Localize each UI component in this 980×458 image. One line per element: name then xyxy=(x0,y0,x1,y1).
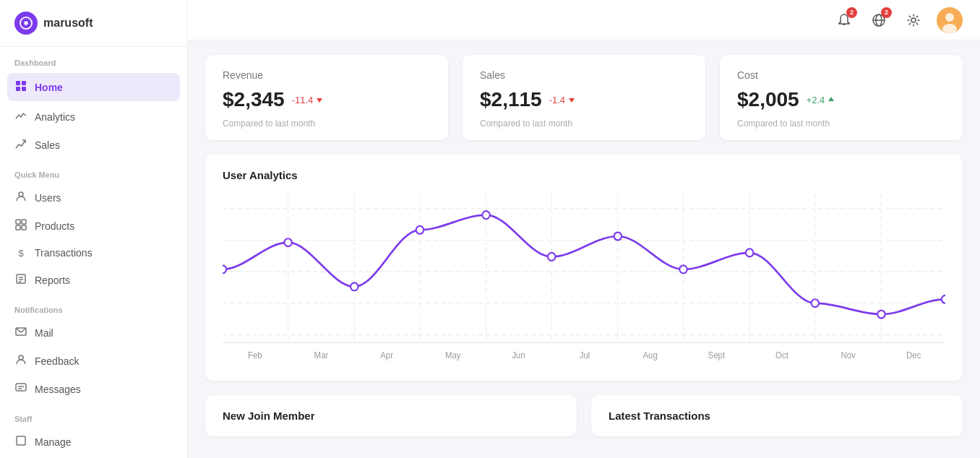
sales-value-row: $2,115 -1.4 xyxy=(480,88,688,111)
home-icon xyxy=(14,80,27,94)
sidebar-item-manage-label: Manage xyxy=(35,436,72,448)
globe-button[interactable]: 2 xyxy=(867,9,890,32)
sidebar-item-transactions-label: Transactions xyxy=(35,247,93,259)
metric-card-cost: Cost $2,005 +2.4 Compared to last month xyxy=(720,55,963,140)
analytics-icon xyxy=(14,110,27,124)
metric-cards-container: Revenue $2,345 -11.4 Compared to last mo… xyxy=(205,55,963,140)
svg-point-6 xyxy=(19,192,23,196)
svg-point-56 xyxy=(614,233,622,241)
page-content: Revenue $2,345 -11.4 Compared to last mo… xyxy=(188,40,980,458)
sales-delta: -1.4 xyxy=(549,95,576,105)
svg-point-59 xyxy=(812,299,819,307)
topbar: 2 2 xyxy=(188,0,980,40)
reports-icon xyxy=(14,273,27,287)
sales-label: Sales xyxy=(480,69,688,81)
sidebar-item-analytics-label: Analytics xyxy=(35,111,75,123)
main-content: 2 2 Revenue xyxy=(188,0,980,458)
revenue-delta: -11.4 xyxy=(292,95,324,105)
new-join-member-card: New Join Member xyxy=(205,395,577,436)
notification-bell-button[interactable]: 2 xyxy=(833,9,856,32)
svg-point-57 xyxy=(679,265,687,273)
quickmenu-section-label: Quick Menu xyxy=(0,159,187,183)
chart-title: User Analytics xyxy=(223,169,945,181)
svg-point-16 xyxy=(19,355,23,360)
sidebar-item-products-label: Products xyxy=(35,220,74,232)
logo-text: marusoft xyxy=(43,17,93,30)
products-icon xyxy=(14,219,27,233)
svg-text:Aug: Aug xyxy=(642,350,657,360)
svg-text:Jun: Jun xyxy=(512,350,525,360)
sales-icon xyxy=(14,138,27,152)
sidebar-item-messages-label: Messages xyxy=(35,384,81,395)
logo: marusoft xyxy=(0,0,187,47)
feedback-icon xyxy=(14,354,27,368)
svg-point-53 xyxy=(416,226,424,234)
cost-compare: Compared to last month xyxy=(737,118,945,129)
svg-point-60 xyxy=(877,311,885,319)
svg-text:Sept: Sept xyxy=(708,350,726,360)
sidebar-item-transactions[interactable]: $ Transactions xyxy=(0,240,187,266)
sidebar-item-sales-label: Sales xyxy=(35,139,60,151)
svg-point-55 xyxy=(548,253,555,261)
settings-button[interactable] xyxy=(902,9,925,32)
sidebar-item-products[interactable]: Products xyxy=(0,212,187,240)
transactions-icon: $ xyxy=(14,248,27,259)
svg-rect-20 xyxy=(17,436,25,445)
sidebar-item-mail[interactable]: Mail xyxy=(0,319,187,347)
svg-marker-33 xyxy=(569,98,575,103)
user-avatar[interactable] xyxy=(937,7,963,33)
svg-marker-34 xyxy=(828,97,834,101)
svg-point-58 xyxy=(746,249,753,256)
latest-transactions-title: Latest Transactions xyxy=(609,410,945,422)
svg-text:Apr: Apr xyxy=(380,350,393,360)
dashboard-section-label: Dashboard xyxy=(0,47,187,72)
revenue-value: $2,345 xyxy=(223,88,285,111)
sidebar-item-sales[interactable]: Sales xyxy=(0,131,187,159)
sidebar-item-home[interactable]: Home xyxy=(7,73,180,101)
cost-label: Cost xyxy=(737,69,945,81)
sidebar-item-reports[interactable]: Reports xyxy=(0,266,187,294)
revenue-value-row: $2,345 -11.4 xyxy=(223,88,431,111)
sidebar-item-manage[interactable]: Manage xyxy=(0,428,187,456)
chart-wrapper: Feb Mar Apr May Jun Jul Aug Sept Oct Nov… xyxy=(223,193,945,366)
analytics-chart: Feb Mar Apr May Jun Jul Aug Sept Oct Nov… xyxy=(223,193,945,366)
notifications-section-label: Notifications xyxy=(0,294,187,319)
svg-text:Mar: Mar xyxy=(314,350,329,360)
svg-point-61 xyxy=(942,295,945,303)
manage-icon xyxy=(14,435,27,449)
sidebar-item-mail-label: Mail xyxy=(35,327,53,339)
svg-rect-4 xyxy=(16,87,20,91)
svg-text:Nov: Nov xyxy=(841,350,855,360)
svg-text:Oct: Oct xyxy=(775,350,789,360)
sidebar-item-users-label: Users xyxy=(35,192,61,204)
sidebar-item-feedback[interactable]: Feedback xyxy=(0,347,187,375)
svg-text:Jul: Jul xyxy=(580,350,590,360)
sidebar-item-home-label: Home xyxy=(35,82,63,93)
sales-value: $2,115 xyxy=(480,88,542,111)
sidebar-item-messages[interactable]: Messages xyxy=(0,375,187,403)
svg-point-28 xyxy=(911,18,916,22)
cost-value-row: $2,005 +2.4 xyxy=(737,88,945,111)
svg-rect-7 xyxy=(16,220,20,224)
svg-rect-17 xyxy=(16,384,26,391)
svg-text:Dec: Dec xyxy=(906,350,921,360)
messages-icon xyxy=(14,382,27,396)
svg-rect-2 xyxy=(16,81,20,85)
staff-section-label: Staff xyxy=(0,403,187,428)
mail-icon xyxy=(14,326,27,340)
globe-badge: 2 xyxy=(881,7,892,18)
cost-value: $2,005 xyxy=(737,88,799,111)
sidebar-item-analytics[interactable]: Analytics xyxy=(0,103,187,131)
svg-point-54 xyxy=(482,211,489,219)
bottom-cards-container: New Join Member Latest Transactions xyxy=(205,395,963,436)
notification-badge: 2 xyxy=(846,7,857,18)
sidebar-item-users[interactable]: Users xyxy=(0,183,187,212)
sidebar-item-feedback-label: Feedback xyxy=(35,355,79,367)
svg-rect-9 xyxy=(16,225,20,230)
logo-icon xyxy=(14,12,38,35)
user-analytics-card: User Analytics xyxy=(205,155,963,381)
svg-point-1 xyxy=(24,21,27,25)
metric-card-revenue: Revenue $2,345 -11.4 Compared to last mo… xyxy=(205,55,448,140)
svg-point-50 xyxy=(223,265,226,273)
revenue-compare: Compared to last month xyxy=(223,118,431,129)
